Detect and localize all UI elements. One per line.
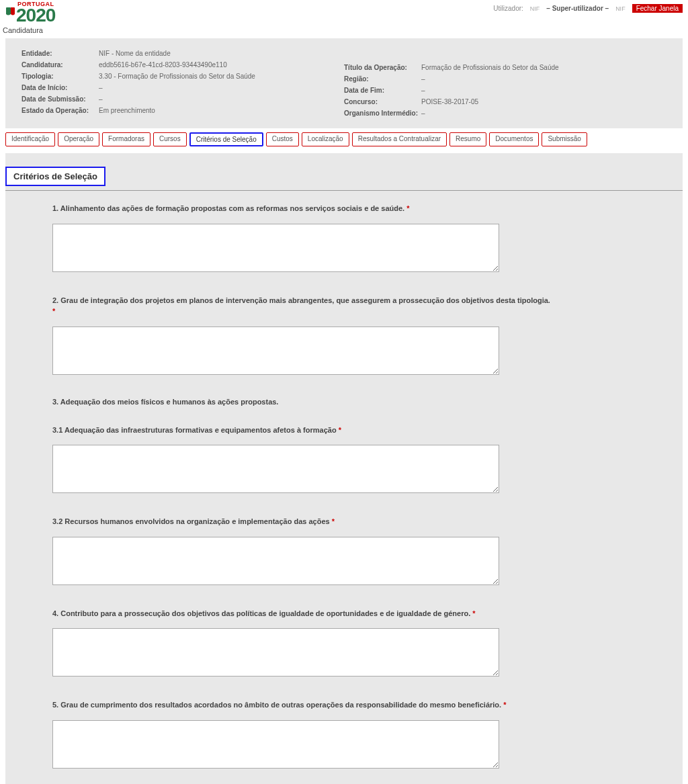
q1-text: 1. Alinhamento das ações de formação pro… <box>52 204 404 212</box>
tabs: Identificação Operação Formadoras Cursos… <box>5 132 683 146</box>
q32-label: 3.2 Recursos humanos envolvidos na organ… <box>52 516 636 527</box>
q1-textarea[interactable] <box>52 224 499 272</box>
q31-label: 3.1 Adequação das infraestruturas format… <box>52 425 636 436</box>
meta-concurso-value: POISE-38-2017-05 <box>421 98 478 105</box>
required-mark: * <box>332 517 335 525</box>
tab-formadoras[interactable]: Formadoras <box>102 132 150 146</box>
q5-label: 5. Grau de cumprimento dos resultados ac… <box>52 699 636 711</box>
meta-tipologia-value: 3.30 - Formação de Profissionais do Seto… <box>99 73 255 80</box>
tab-submissao[interactable]: Submissão <box>542 132 587 146</box>
header: PORTUGAL 2020 Utilizador: NIF – Super-ut… <box>0 0 688 26</box>
meta-titulo-label: Título da Operação: <box>344 64 421 71</box>
meta-regiao-label: Região: <box>344 75 421 83</box>
required-mark: * <box>406 204 409 212</box>
tab-cursos[interactable]: Cursos <box>153 132 187 146</box>
logo: PORTUGAL 2020 <box>5 1 55 25</box>
meta-data-fim-label: Data de Fim: <box>344 87 421 94</box>
tab-identificacao[interactable]: Identificação <box>5 132 55 146</box>
user-role: – Super-utilizador – <box>546 5 609 12</box>
meta-org-value: – <box>421 110 425 117</box>
required-mark: * <box>503 701 506 709</box>
user-nif-2: NIF <box>615 5 626 12</box>
tab-resumo[interactable]: Resumo <box>449 132 486 146</box>
q5-text: 5. Grau de cumprimento dos resultados ac… <box>52 701 501 709</box>
logo-main-text: 2020 <box>16 5 55 26</box>
q32-textarea[interactable] <box>52 537 499 585</box>
tab-operacao[interactable]: Operação <box>58 132 99 146</box>
q3-heading: 3. Adequação dos meios físicos e humanos… <box>52 398 636 406</box>
q31-textarea[interactable] <box>52 445 499 493</box>
flag-icon <box>5 7 16 19</box>
tab-criterios-selecao[interactable]: Critérios de Seleção <box>189 132 263 146</box>
meta-candidatura-label: Candidatura: <box>22 61 99 69</box>
q2-text: 2. Grau de integração dos projetos em pl… <box>52 296 550 304</box>
q5-textarea[interactable] <box>52 720 499 769</box>
q2-label: 2. Grau de integração dos projetos em pl… <box>52 295 636 317</box>
required-mark: * <box>52 307 55 315</box>
meta-data-submissao-label: Data de Submissão: <box>22 95 99 103</box>
meta-tipologia-label: Tipologia: <box>22 73 99 80</box>
section-body: Critérios de Seleção 1. Alinhamento das … <box>5 153 683 784</box>
q4-text: 4. Contributo para a prossecução dos obj… <box>52 609 470 617</box>
breadcrumb: Candidatura <box>0 26 688 38</box>
section-title: Critérios de Seleção <box>5 167 105 186</box>
user-info: Utilizador: NIF – Super-utilizador – NIF… <box>493 1 683 13</box>
meta-data-inicio-label: Data de Início: <box>22 84 99 91</box>
meta-panel: Entidade:NIF - Nome da entidade Candidat… <box>5 38 683 128</box>
meta-data-fim-value: – <box>421 87 425 94</box>
tab-custos[interactable]: Custos <box>266 132 299 146</box>
user-label: Utilizador: <box>493 5 523 12</box>
meta-entidade-value: NIF - Nome da entidade <box>99 50 171 57</box>
meta-regiao-value: – <box>421 75 425 83</box>
meta-data-submissao-value: – <box>99 95 103 103</box>
meta-titulo-value: Formação de Profissionais do Setor da Sa… <box>421 64 559 71</box>
q4-label: 4. Contributo para a prossecução dos obj… <box>52 608 636 619</box>
meta-candidatura-value: eddb5616-b67e-41cd-8203-93443490e110 <box>99 61 227 69</box>
q1-label: 1. Alinhamento das ações de formação pro… <box>52 203 636 214</box>
tab-resultados[interactable]: Resultados a Contratualizar <box>352 132 447 146</box>
meta-entidade-label: Entidade: <box>22 50 99 57</box>
tab-documentos[interactable]: Documentos <box>489 132 539 146</box>
meta-estado-value: Em preenchimento <box>99 107 155 114</box>
meta-concurso-label: Concurso: <box>344 98 421 105</box>
user-nif-1: NIF <box>530 5 540 12</box>
q4-textarea[interactable] <box>52 628 499 677</box>
close-window-button[interactable]: Fechar Janela <box>632 4 683 13</box>
tab-localizacao[interactable]: Localização <box>302 132 349 146</box>
q32-text: 3.2 Recursos humanos envolvidos na organ… <box>52 517 330 525</box>
meta-org-label: Organismo Intermédio: <box>344 110 421 117</box>
required-mark: * <box>472 609 475 617</box>
q2-textarea[interactable] <box>52 326 499 375</box>
required-mark: * <box>339 426 341 434</box>
meta-data-inicio-value: – <box>99 84 103 91</box>
meta-estado-label: Estado da Operação: <box>22 107 99 114</box>
q31-text: 3.1 Adequação das infraestruturas format… <box>52 426 337 434</box>
